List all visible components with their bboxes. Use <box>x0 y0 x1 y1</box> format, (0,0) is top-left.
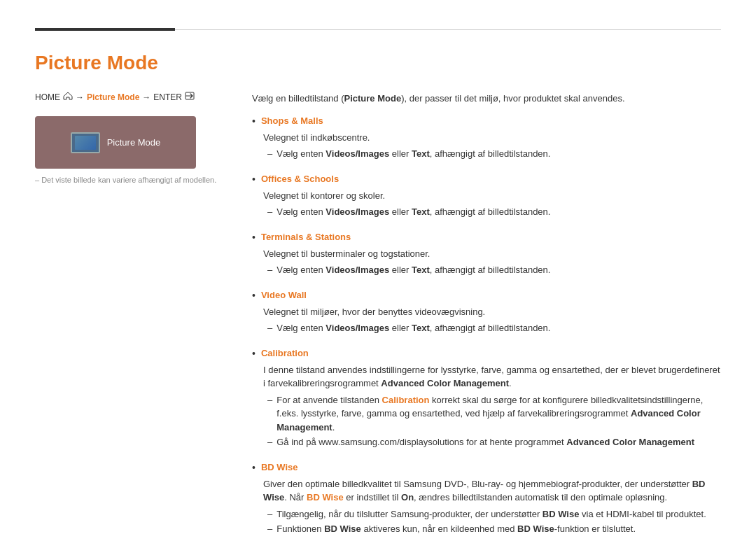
top-border-line <box>175 29 721 30</box>
dash-offices: – <box>267 205 272 219</box>
section-shops-title: Shops & Malls <box>261 114 323 128</box>
section-calibration-desc1: I denne tilstand anvendes indstillingern… <box>263 363 721 391</box>
section-bdwise-title: BD Wise <box>261 461 298 475</box>
dash-bdwise1: – <box>267 507 272 521</box>
calibration-sub1: – For at anvende tilstanden Calibration … <box>267 393 721 435</box>
section-shops: • Shops & Malls Velegnet til indkøbscent… <box>252 114 721 161</box>
preview-screen-inner <box>75 136 96 150</box>
shops-sub: – Vælg enten Videos/Images eller Text, a… <box>267 147 721 161</box>
bullet-offices: • <box>252 172 255 187</box>
dash-bdwise2: – <box>267 522 272 534</box>
section-bdwise: • BD Wise Giver den optimale billedkvali… <box>252 461 721 535</box>
section-videowall: • Video Wall Velegnet til miljøer, hvor … <box>252 288 721 335</box>
top-border <box>35 28 721 31</box>
arrow1: → <box>76 92 84 102</box>
section-videowall-title: Video Wall <box>261 288 307 302</box>
calibration-sub2: – Gå ind på www.samsung.com/displaysolut… <box>267 435 721 449</box>
offices-sub: – Vælg enten Videos/Images eller Text, a… <box>267 205 721 219</box>
model-note: – Det viste billede kan variere afhængig… <box>35 176 217 184</box>
bdwise-sub2: – Funktionen BD Wise aktiveres kun, når … <box>267 522 721 534</box>
dash-terminals: – <box>267 263 272 277</box>
main-content: HOME → Picture Mode → ENTER Picture Mod <box>35 92 721 534</box>
home-label: HOME <box>35 92 60 102</box>
home-icon <box>63 92 73 102</box>
left-panel: HOME → Picture Mode → ENTER Picture Mod <box>35 92 217 534</box>
dash-calibration2: – <box>267 435 272 449</box>
breadcrumb: HOME → Picture Mode → ENTER <box>35 92 217 102</box>
section-videowall-header: • Video Wall <box>252 288 721 303</box>
terminals-sub-text: Vælg enten Videos/Images eller Text, afh… <box>276 263 550 277</box>
section-bdwise-header: • BD Wise <box>252 461 721 475</box>
breadcrumb-link: Picture Mode <box>87 92 139 102</box>
bullet-bdwise: • <box>252 461 255 475</box>
bullet-shops: • <box>252 114 255 129</box>
section-calibration-header: • Calibration <box>252 346 721 361</box>
right-panel: Vælg en billedtilstand (Picture Mode), d… <box>252 92 721 534</box>
section-videowall-desc: Velegnet til miljøer, hvor der benyttes … <box>263 305 721 319</box>
section-terminals-title: Terminals & Stations <box>261 230 351 244</box>
bullet-videowall: • <box>252 288 255 303</box>
dash-videowall: – <box>267 321 272 335</box>
dash-calibration1: – <box>267 393 272 407</box>
videowall-sub: – Vælg enten Videos/Images eller Text, a… <box>267 321 721 335</box>
section-terminals: • Terminals & Stations Velegnet til bust… <box>252 230 721 277</box>
videowall-sub-text: Vælg enten Videos/Images eller Text, afh… <box>276 321 550 335</box>
section-shops-desc: Velegnet til indkøbscentre. <box>263 131 721 145</box>
offices-sub-text: Vælg enten Videos/Images eller Text, afh… <box>276 205 550 219</box>
bdwise-sub2-text: Funktionen BD Wise aktiveres kun, når en… <box>276 522 636 534</box>
calibration-sub2-text: Gå ind på www.samsung.com/displaysolutio… <box>276 435 694 449</box>
page-title: Picture Mode <box>35 52 721 74</box>
terminals-sub: – Vælg enten Videos/Images eller Text, a… <box>267 263 721 277</box>
section-terminals-header: • Terminals & Stations <box>252 230 721 245</box>
section-offices: • Offices & Schools Velegnet til kontore… <box>252 172 721 219</box>
enter-icon <box>185 92 195 102</box>
calibration-sub1-text: For at anvende tilstanden Calibration ko… <box>276 393 721 435</box>
top-border-accent <box>35 28 175 31</box>
section-calibration: • Calibration I denne tilstand anvendes … <box>252 346 721 449</box>
intro-text: Vælg en billedtilstand (Picture Mode), d… <box>252 92 721 106</box>
section-terminals-desc: Velegnet til busterminaler og togstation… <box>263 247 721 261</box>
bullet-terminals: • <box>252 230 255 245</box>
bdwise-sub1-text: Tilgængelig, når du tilslutter Samsung-p… <box>276 507 706 521</box>
section-bdwise-desc1: Giver den optimale billedkvalitet til Sa… <box>263 477 721 505</box>
section-offices-header: • Offices & Schools <box>252 172 721 187</box>
bdwise-sub1: – Tilgængelig, når du tilslutter Samsung… <box>267 507 721 521</box>
arrow2: → <box>142 92 150 102</box>
preview-screen <box>71 132 100 153</box>
dash-shops: – <box>267 147 272 161</box>
preview-box: Picture Mode <box>35 116 196 169</box>
section-shops-header: • Shops & Malls <box>252 114 721 129</box>
enter-label: ENTER <box>153 92 182 102</box>
shops-sub-text: Vælg enten Videos/Images eller Text, afh… <box>276 147 550 161</box>
section-calibration-title: Calibration <box>261 346 309 360</box>
bullet-calibration: • <box>252 346 255 361</box>
section-offices-title: Offices & Schools <box>261 172 339 186</box>
section-offices-desc: Velegnet til kontorer og skoler. <box>263 189 721 203</box>
preview-label: Picture Mode <box>107 137 161 148</box>
